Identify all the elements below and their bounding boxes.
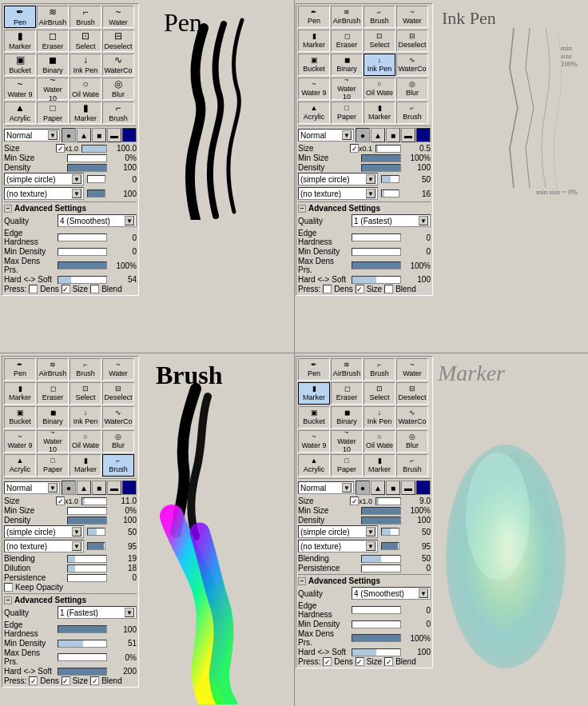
brush-t-air[interactable]: ≋AirBrush [37,358,69,381]
inkpen-t-paper[interactable]: □Paper [331,102,363,124]
marker-color-box[interactable] [416,481,431,495]
marker-dens-slider[interactable] [361,517,401,525]
brush-eh-slider[interactable] [58,625,107,633]
marker-sh-s[interactable]: ■ [386,481,400,495]
adv-toggle[interactable]: − [4,205,12,213]
marker-t-inkpen[interactable]: ↓Ink Pen [364,406,395,429]
tool-water9[interactable]: ~Water 9 [4,78,36,100]
brush-t-eraser[interactable]: ◻Eraser [37,382,69,405]
brush-dilution-slider[interactable] [67,564,107,572]
tool-inkpen[interactable]: ↓Ink Pen [70,54,101,76]
brush-t-binary[interactable]: ◼Binary [37,406,69,429]
shape-flat[interactable]: ▬ [107,128,121,142]
marker-size-slider[interactable] [375,497,401,505]
inkpen-adv-toggle[interactable]: − [298,205,306,213]
brush-size-slider[interactable] [81,497,107,505]
inkpen-sh1-slider[interactable] [381,175,399,183]
brush-t-w10[interactable]: ~Water 10 [37,430,69,453]
press-dens-check[interactable] [29,285,38,293]
inkpen-t-marker[interactable]: ▮Marker [298,30,330,52]
marker-sh1-drop[interactable]: (simple circle) ▼ [298,525,378,538]
inkpen-t-oil[interactable]: ○Oil Wate [364,78,395,100]
inkpen-t-blur[interactable]: ◎Blur [396,78,428,100]
tool-paper[interactable]: □Paper [37,102,69,124]
tool-oilwate[interactable]: ○Oil Wate [70,78,101,100]
tool-water[interactable]: ~Water [102,6,134,28]
marker-press-blend[interactable] [384,657,393,666]
brush-t-paper[interactable]: □Paper [37,454,69,477]
marker-t-w9[interactable]: ~Water 9 [298,430,330,453]
tool-brush2[interactable]: ⌐Brush [102,102,134,124]
brush-sh1-drop[interactable]: (simple circle) ▼ [4,525,84,538]
tool-brush[interactable]: ⌐Brush [70,6,101,28]
marker-sh2-slider[interactable] [381,542,399,550]
brush-sh1-slider[interactable] [87,528,105,536]
brush-press-size[interactable] [62,676,70,685]
brush-t-water[interactable]: ~Water [102,358,134,381]
marker-sh-f[interactable]: ▬ [401,481,415,495]
brush-t-w9[interactable]: ~Water 9 [4,430,36,453]
marker-press-dens[interactable] [323,657,332,666]
inkpen-t-water[interactable]: ~Water [396,6,428,28]
inkpen-t-pen[interactable]: ✒Pen [298,6,330,28]
marker-mx-slider[interactable] [352,634,401,642]
hardsoft-slider[interactable] [58,276,107,284]
inkpen-t-air[interactable]: ≋AirBrush [331,6,363,28]
inkpen-shape-s[interactable]: ■ [386,128,400,142]
marker-t-eraser[interactable]: ◻Eraser [331,382,363,405]
marker-persist-slider[interactable] [361,564,401,572]
shape-circle[interactable]: ● [62,128,76,142]
inkpen-sh2-slider[interactable] [381,189,399,197]
marker-t-marker[interactable]: ▮Marker [298,382,330,405]
press-blend-check[interactable] [90,285,99,293]
marker-qual-drop[interactable]: 4 (Smoothest) ▼ [352,587,431,600]
shape1-dropdown[interactable]: (simple circle) ▼ [4,173,84,185]
inkpen-eh-slider[interactable] [352,233,401,241]
marker-sh1-slider[interactable] [381,528,399,536]
brush-t-select[interactable]: ⊡Select [70,382,101,405]
size-check[interactable] [56,144,65,153]
inkpen-sh2-drop[interactable]: (no texture) ▼ [298,187,378,200]
brush-t-inkpen[interactable]: ↓Ink Pen [70,406,101,429]
marker-t-bucket[interactable]: ▣Bucket [298,406,330,429]
shape2-dropdown[interactable]: (no texture) ▼ [4,187,84,200]
brush-sh-s[interactable]: ■ [92,481,106,495]
tool-marker[interactable]: ▮Marker [4,30,36,52]
marker-t-brush2[interactable]: ⌐Brush [396,454,428,477]
quality-dropdown[interactable]: 4 (Smoothest) ▼ [58,214,137,227]
brush-blending-slider[interactable] [67,555,107,563]
brush-dens-slider[interactable] [67,517,107,525]
tool-blur[interactable]: ◎Blur [102,78,134,100]
shape2-slider[interactable] [87,189,105,197]
tool-pen[interactable]: ✒Pen [4,6,36,28]
inkpen-t-waterco[interactable]: ∿WaterCo [396,54,428,76]
inkpen-sh1-drop[interactable]: (simple circle) ▼ [298,173,378,185]
minsize-slider[interactable] [67,154,107,162]
inkpen-shape-c[interactable]: ● [356,128,370,142]
marker-t-w10[interactable]: ~Water 10 [331,430,363,453]
brush-keepopacity-chk[interactable] [4,583,13,592]
marker-t-marker2[interactable]: ▮Marker [364,454,395,477]
inkpen-md-slider[interactable] [352,248,401,256]
mindens-slider[interactable] [58,248,107,256]
brush-sh2-drop[interactable]: (no texture) ▼ [4,540,84,552]
marker-t-brush[interactable]: ⌐Brush [364,358,395,381]
inkpen-t-inkpen[interactable]: ↓Ink Pen [364,54,395,76]
brush-t-acrylic[interactable]: ▲Acrylic [4,454,36,477]
inkpen-t-eraser[interactable]: ◻Eraser [331,30,363,52]
marker-t-desel[interactable]: ⊟Deselect [396,382,428,405]
brush-mx-slider[interactable] [58,653,107,661]
marker-t-blur[interactable]: ◎Blur [396,430,428,453]
inkpen-minsize-slider[interactable] [361,154,401,162]
inkpen-t-bucket[interactable]: ▣Bucket [298,54,330,76]
marker-size-chk[interactable] [350,497,359,505]
brush-press-blend[interactable] [90,676,99,685]
brush-sh-c[interactable]: ● [62,481,76,495]
marker-t-select[interactable]: ⊡Select [364,382,395,405]
shape-sq[interactable]: ■ [92,128,106,142]
marker-blend-drop[interactable]: Normal ▼ [298,481,354,494]
inkpen-size-slider[interactable] [375,145,401,153]
brush-qual-drop[interactable]: 1 (Fastest) ▼ [58,606,137,619]
inkpen-t-brush2[interactable]: ⌐Brush [396,102,428,124]
marker-press-size[interactable] [356,657,364,666]
